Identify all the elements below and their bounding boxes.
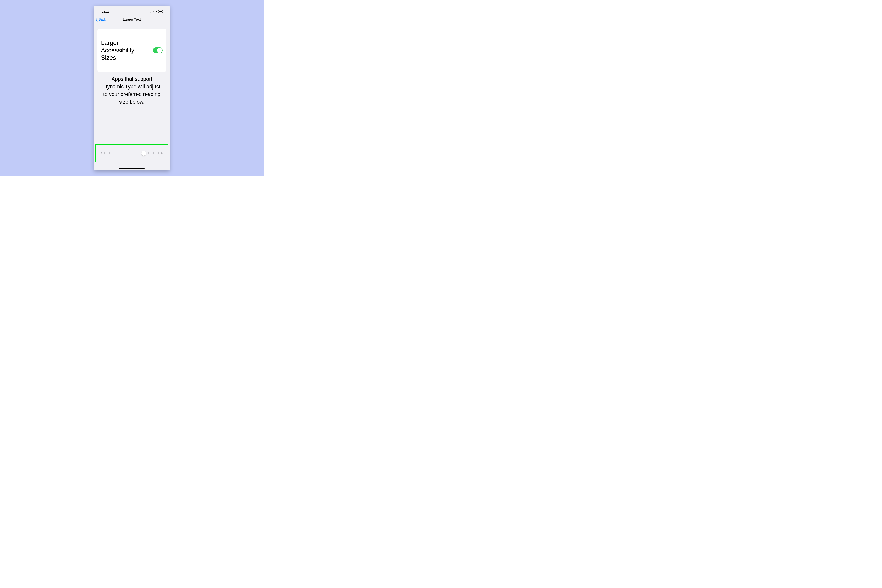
slider-tick [109, 153, 110, 154]
status-right: 4G [148, 10, 163, 13]
slider-thumb[interactable] [141, 151, 146, 156]
slider-tick [114, 153, 114, 154]
battery-icon [158, 10, 164, 13]
stage: 12:19 4G Back [0, 0, 264, 176]
status-time: 12:19 [102, 10, 110, 13]
slider-tick [129, 153, 129, 154]
page-title: Larger Text [123, 18, 141, 21]
text-size-slider[interactable] [105, 151, 158, 156]
accessibility-sizes-label: Larger Accessibility Sizes [101, 39, 146, 62]
slider-tick [104, 152, 105, 154]
accessibility-sizes-row: Larger Accessibility Sizes [98, 28, 166, 72]
slider-track-line [105, 153, 158, 153]
accessibility-sizes-toggle[interactable] [153, 47, 163, 53]
slider-tick [153, 153, 154, 154]
slider-tick [119, 153, 119, 154]
toggle-knob [157, 48, 162, 53]
status-bar: 12:19 4G [94, 9, 170, 14]
slider-tick [139, 153, 139, 154]
network-label: 4G [153, 10, 157, 13]
nav-bar: Back Larger Text [94, 16, 170, 23]
phone-frame: 12:19 4G Back [94, 6, 170, 170]
slider-small-a: A [101, 152, 102, 154]
home-indicator[interactable] [119, 168, 145, 169]
dynamic-type-description: Apps that support Dynamic Type will adju… [101, 75, 162, 106]
slider-tick [124, 153, 124, 154]
slider-tick [148, 153, 149, 154]
back-button[interactable]: Back [96, 16, 106, 23]
slider-tick [158, 152, 159, 154]
slider-tick [134, 153, 134, 154]
chevron-left-icon [96, 18, 98, 21]
slider-large-a: A [160, 151, 163, 155]
text-size-slider-container: A A [96, 145, 168, 162]
signal-icon [148, 10, 153, 12]
signal-bars-icon [150, 10, 153, 12]
back-label: Back [99, 18, 106, 21]
text-size-slider-highlight: A A [95, 144, 168, 162]
